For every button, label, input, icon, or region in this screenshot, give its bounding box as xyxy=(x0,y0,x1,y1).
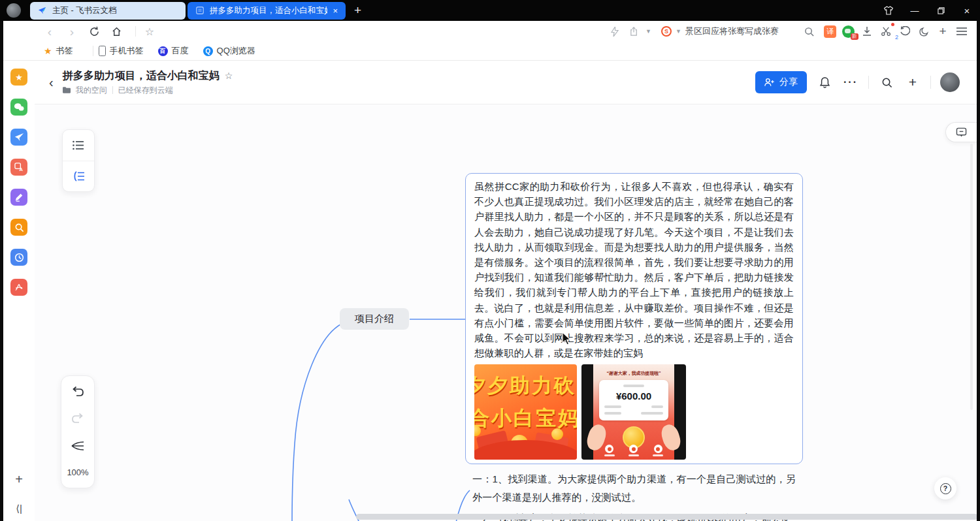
svg-text:A: A xyxy=(19,166,23,172)
wps-new-icon[interactable]: 新 xyxy=(841,24,855,39)
mindmap-node-project-intro[interactable]: 项目介绍 xyxy=(340,308,409,330)
folder-icon xyxy=(63,87,71,93)
withdraw-screenshot-image[interactable]: “谢谢大家，我成功提现啦” ¥600.00 xyxy=(581,364,686,460)
back-icon[interactable]: ‹ xyxy=(41,23,58,40)
promo-image[interactable]: 夕夕助力砍 合小白宝妈 xyxy=(474,364,577,460)
sidebar-bottom-controls: + ⟨| xyxy=(15,472,23,521)
boost-lightning-icon[interactable] xyxy=(608,24,622,39)
breadcrumb-space[interactable]: 我的空间 xyxy=(76,85,107,96)
notifications-bell-icon[interactable] xyxy=(816,74,833,91)
mindmap-view-button[interactable] xyxy=(63,161,94,191)
screenshot-dock-row xyxy=(593,445,674,456)
sidebar-add-icon[interactable]: + xyxy=(15,472,23,487)
screenshot-quote: “谢谢大家，我成功提现啦” xyxy=(596,371,671,377)
doc-search-icon[interactable] xyxy=(878,74,895,91)
doc-add-icon[interactable]: + xyxy=(904,74,921,91)
new-tab-button[interactable]: + xyxy=(354,3,361,18)
mindmap-node-intro-content[interactable]: 虽然拼CC家的助力和砍价行为，让很多人不喜欢，但也得承认，确实有不少人也真正提现… xyxy=(465,173,803,464)
notes-app-icon[interactable] xyxy=(10,189,27,206)
bookmark-qq-browser[interactable]: Q QQ浏览器 xyxy=(203,45,255,57)
undo-icon[interactable] xyxy=(71,387,84,398)
comments-panel-button[interactable] xyxy=(945,122,977,142)
history-undo-icon[interactable]: 2 xyxy=(898,24,912,39)
fit-to-screen-icon[interactable] xyxy=(71,440,85,452)
browser-tab-bar: 主页 - 飞书云文档 拼多多助力项目，适合小白和宝妈 - × + — × xyxy=(0,0,980,21)
minimize-button[interactable]: — xyxy=(902,0,928,21)
screenshot-scissors-icon[interactable] xyxy=(879,24,893,39)
window-controls: — × xyxy=(875,0,980,21)
browser-toolbar: ‹ › ☆ ▼ S ▼ 景区回应将张骞写成张赛 译 新 xyxy=(3,21,977,42)
home-icon[interactable] xyxy=(108,23,125,40)
add-extension-icon[interactable]: + xyxy=(936,24,950,39)
search-icon[interactable] xyxy=(804,27,814,37)
download-icon[interactable] xyxy=(860,24,874,39)
feishu-app-icon[interactable] xyxy=(10,129,27,146)
vertical-scrollbar[interactable] xyxy=(970,144,973,410)
horizontal-scrollbar[interactable] xyxy=(356,514,977,520)
translate-app-icon[interactable]: A xyxy=(10,159,27,176)
tab-feishu-home[interactable]: 主页 - 飞书云文档 xyxy=(30,2,186,20)
refresh-icon[interactable] xyxy=(86,23,103,40)
amount-card: ¥600.00 xyxy=(599,380,668,420)
tab-label: 拼多多助力项目，适合小白和宝妈 - xyxy=(210,5,327,16)
toolbar-divider xyxy=(135,26,136,37)
wechat-app-icon[interactable] xyxy=(10,99,27,116)
outline-list-icon xyxy=(73,140,84,150)
doc-header-actions: 分享 ··· + xyxy=(755,71,960,93)
bookmark-label: 书签 xyxy=(56,45,73,57)
zoom-level[interactable]: 100% xyxy=(67,467,88,477)
dark-mode-moon-icon[interactable] xyxy=(917,24,931,39)
bookmark-folder[interactable]: ★ 书签 xyxy=(44,45,73,57)
user-avatar[interactable] xyxy=(940,72,960,92)
withdraw-amount: ¥600.00 xyxy=(604,390,663,402)
collapse-sidebar-icon[interactable]: ⟨| xyxy=(16,503,22,514)
share-page-icon[interactable] xyxy=(627,24,641,39)
favorites-app-icon[interactable]: ★ xyxy=(10,69,27,86)
feishu-logo-icon xyxy=(38,6,47,15)
tab-close-icon[interactable]: × xyxy=(327,6,338,16)
close-window-button[interactable]: × xyxy=(954,0,980,21)
document-column: ‹ 拼多多助力项目，适合小白和宝妈 ☆ 我的空间 已经保存到云端 分享 xyxy=(35,61,977,521)
bookmarks-bar: ★ 书签 手机书签 百 百度 Q QQ浏览器 xyxy=(3,42,977,61)
phone-icon xyxy=(99,46,106,56)
favorite-star-icon[interactable]: ☆ xyxy=(225,71,233,81)
mindmap-canvas[interactable]: 100% 项目介绍 虽然拼CC家的助力和砍价行为，让很多人不喜欢，但也得承认，确… xyxy=(35,104,977,521)
breadcrumb: 我的空间 已经保存到云端 xyxy=(63,85,233,96)
view-switch-toolbar xyxy=(62,129,95,192)
bookmark-baidu[interactable]: 百 百度 xyxy=(158,45,189,57)
tab-label: 主页 - 飞书云文档 xyxy=(52,5,117,16)
bookmarks-divider xyxy=(93,46,93,56)
tab-current-doc[interactable]: 拼多多助力项目，适合小白和宝妈 - × xyxy=(188,2,346,20)
chevron-down-icon[interactable]: ▼ xyxy=(645,28,651,35)
forward-icon[interactable]: › xyxy=(63,23,80,40)
more-options-icon[interactable]: ··· xyxy=(842,74,859,91)
doc-header: ‹ 拼多多助力项目，适合小白和宝妈 ☆ 我的空间 已经保存到云端 分享 xyxy=(35,61,977,104)
promo-text-line2: 合小白宝妈 xyxy=(474,405,577,432)
breadcrumb-divider xyxy=(112,86,113,94)
doc-back-icon[interactable]: ‹ xyxy=(49,75,54,90)
redo-icon[interactable] xyxy=(71,413,84,424)
translate-icon[interactable]: 译 xyxy=(824,25,836,38)
search-app-icon[interactable] xyxy=(10,219,27,236)
page-title: 拼多多助力项目，适合小白和宝妈 xyxy=(63,69,220,83)
doc-favicon-icon xyxy=(195,6,204,15)
mindmap-node-step1[interactable]: 一：1、找到渠道。为大家提供两个助力渠道，有一个是自己测试过的，另外一个渠道是别… xyxy=(472,470,799,506)
hot-search-text[interactable]: 景区回应将张骞写成张赛 xyxy=(685,25,779,37)
help-button[interactable]: ? xyxy=(934,477,956,499)
hot-search-widget[interactable]: S ▼ 景区回应将张骞写成张赛 xyxy=(656,24,819,39)
share-button[interactable]: 分享 xyxy=(755,71,807,93)
bookmark-label: QQ浏览器 xyxy=(217,45,255,57)
history-app-icon[interactable] xyxy=(10,249,27,266)
outline-view-button[interactable] xyxy=(63,130,94,161)
restore-button[interactable] xyxy=(928,0,954,21)
bookmark-mobile[interactable]: 手机书签 xyxy=(99,45,144,57)
search-engine-caret-icon[interactable]: ▼ xyxy=(676,28,681,35)
intro-paragraph: 虽然拼CC家的助力和砍价行为，让很多人不喜欢，但也得承认，确实有不少人也真正提现… xyxy=(474,179,794,360)
bookmark-label: 手机书签 xyxy=(110,45,144,57)
pdf-app-icon[interactable] xyxy=(10,279,27,296)
header-divider xyxy=(930,76,931,89)
skin-theme-icon[interactable] xyxy=(875,0,902,21)
browser-profile-avatar[interactable] xyxy=(7,3,21,18)
bookmark-star-icon[interactable]: ☆ xyxy=(141,23,158,40)
menu-icon[interactable] xyxy=(955,24,969,39)
